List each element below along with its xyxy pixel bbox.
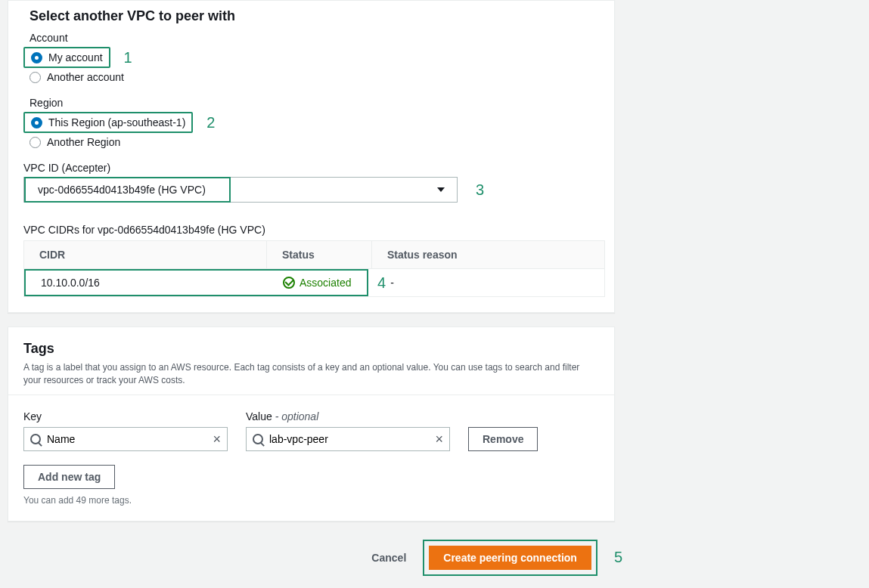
- radio-another-account-label: Another account: [47, 71, 124, 83]
- vpc-id-select[interactable]: vpc-0d66554d0413b49fe (HG VPC): [23, 177, 458, 203]
- search-icon: [30, 434, 41, 444]
- radio-unselected-icon: [29, 137, 41, 148]
- tag-key-input[interactable]: [47, 433, 206, 445]
- cidr-table: CIDR Status Status reason 10.10.0.0/16 A…: [23, 240, 605, 297]
- tag-value-label-main: Value: [246, 410, 272, 422]
- vpc-peer-panel: Select another VPC to peer with Account …: [8, 0, 615, 313]
- add-new-tag-button[interactable]: Add new tag: [23, 465, 115, 489]
- radio-selected-icon: [31, 52, 42, 63]
- radio-this-region-label: This Region (ap-southeast-1): [48, 116, 185, 128]
- clear-icon[interactable]: ×: [213, 432, 221, 446]
- tags-description: A tag is a label that you assign to an A…: [23, 361, 583, 387]
- tag-value-input[interactable]: [269, 433, 429, 445]
- action-row: Cancel Create peering connection 5: [8, 535, 622, 588]
- search-icon: [253, 434, 263, 444]
- highlight-account: My account: [23, 47, 110, 68]
- annotation-4: 4: [377, 274, 386, 292]
- check-circle-icon: [283, 277, 295, 289]
- vpc-id-label: VPC ID (Accepter): [23, 162, 599, 174]
- radio-unselected-icon: [29, 72, 41, 83]
- radio-another-region-label: Another Region: [47, 136, 120, 148]
- region-label: Region: [29, 97, 599, 109]
- clear-icon[interactable]: ×: [435, 432, 443, 446]
- remove-tag-button[interactable]: Remove: [468, 427, 538, 451]
- annotation-1: 1: [124, 49, 132, 67]
- highlight-vpc-id: vpc-0d66554d0413b49fe (HG VPC): [24, 177, 231, 203]
- header-reason: Status reason: [372, 241, 604, 268]
- tag-value-label-optional: - optional: [272, 410, 318, 422]
- radio-selected-icon: [31, 117, 42, 128]
- tags-panel: Tags A tag is a label that you assign to…: [8, 326, 615, 521]
- account-label: Account: [29, 32, 599, 44]
- cidr-status: Associated: [299, 277, 351, 289]
- header-cidr: CIDR: [24, 241, 266, 268]
- radio-another-region[interactable]: Another Region: [23, 133, 599, 151]
- vpc-id-value: vpc-0d66554d0413b49fe (HG VPC): [38, 184, 206, 196]
- cidr-header-row: CIDR Status Status reason: [24, 241, 604, 269]
- highlight-create-button: Create peering connection: [423, 540, 597, 576]
- cidr-value: 10.10.0.0/16: [26, 271, 268, 295]
- radio-my-account[interactable]: My account: [25, 48, 109, 67]
- cancel-button[interactable]: Cancel: [371, 552, 406, 564]
- tag-key-label: Key: [23, 410, 228, 422]
- annotation-3: 3: [476, 181, 484, 199]
- tag-key-input-wrap[interactable]: ×: [23, 427, 228, 451]
- header-status: Status: [266, 241, 372, 268]
- create-peering-button[interactable]: Create peering connection: [429, 546, 591, 570]
- tag-value-label: Value - optional: [246, 410, 450, 422]
- highlight-cidr-row: 10.10.0.0/16 Associated: [24, 269, 368, 296]
- annotation-2: 2: [206, 114, 215, 132]
- chevron-down-icon: [437, 187, 445, 192]
- section-title: Select another VPC to peer with: [29, 8, 599, 24]
- cidr-status-cell: Associated: [268, 271, 366, 295]
- radio-this-region[interactable]: This Region (ap-southeast-1): [25, 113, 191, 132]
- tag-row: Key × Value - optional ×: [23, 410, 599, 451]
- cidr-table-label: VPC CIDRs for vpc-0d66554d0413b49fe (HG …: [23, 224, 599, 236]
- annotation-5: 5: [614, 549, 622, 566]
- tag-limit-text: You can add 49 more tags.: [23, 495, 599, 506]
- tags-title: Tags: [23, 341, 599, 357]
- radio-another-account[interactable]: Another account: [23, 68, 599, 86]
- radio-my-account-label: My account: [48, 51, 103, 63]
- tag-value-input-wrap[interactable]: ×: [246, 427, 450, 451]
- highlight-region: This Region (ap-southeast-1): [23, 112, 193, 133]
- table-row: 10.10.0.0/16 Associated 4 -: [24, 269, 604, 296]
- cidr-reason: -: [386, 271, 409, 295]
